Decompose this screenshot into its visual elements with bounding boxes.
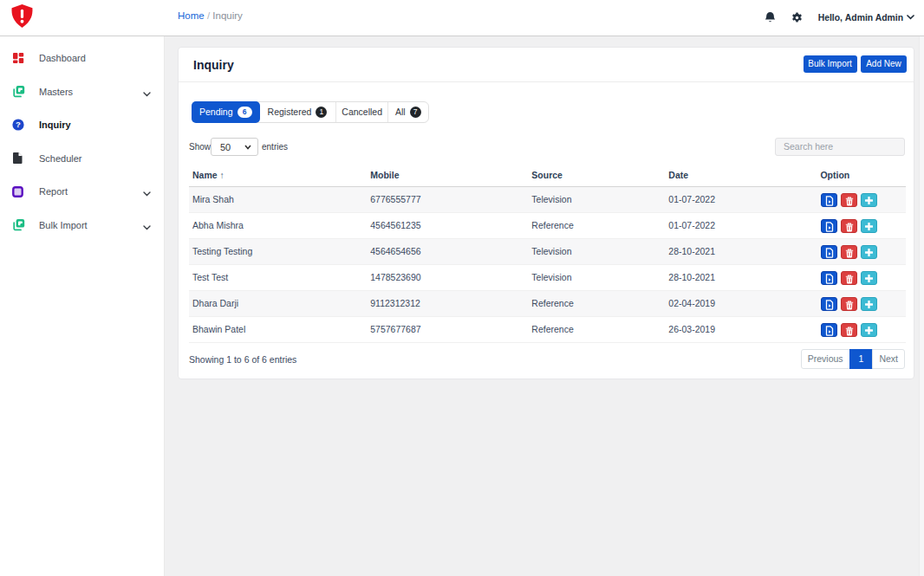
svg-text:?: ?: [16, 120, 21, 130]
